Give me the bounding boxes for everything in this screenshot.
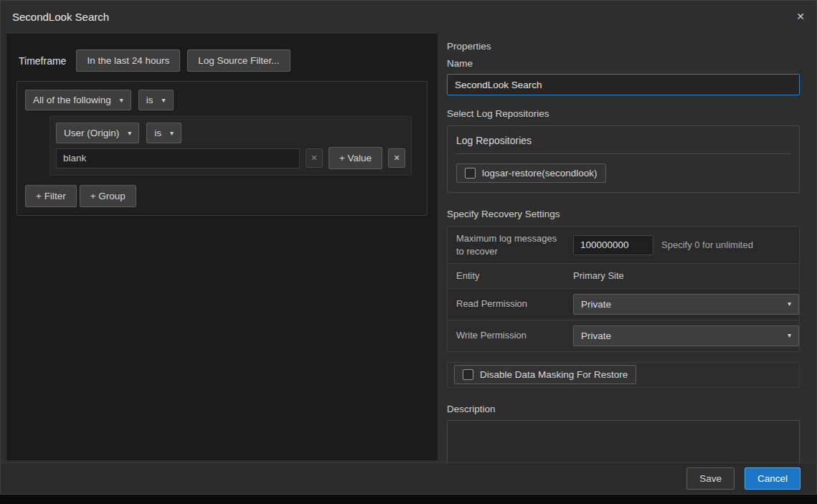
filter-field-row: User (Origin) ▾ is ▾ <box>56 123 405 143</box>
timeframe-button[interactable]: In the last 24 hours <box>76 49 180 72</box>
log-source-filter-button[interactable]: Log Source Filter... <box>187 49 290 72</box>
data-masking-box: Disable Data Masking For Restore <box>447 362 800 388</box>
timeframe-toolbar: Timeframe In the last 24 hours Log Sourc… <box>6 34 438 72</box>
max-messages-label: Maximum log messages to recover <box>448 227 573 263</box>
name-label: Name <box>447 58 800 69</box>
max-messages-note: Specify 0 for unlimited <box>661 239 753 250</box>
filter-field-dropdown[interactable]: User (Origin) ▾ <box>56 123 139 143</box>
timeframe-label: Timeframe <box>19 55 66 67</box>
checkbox-icon[interactable] <box>463 369 473 380</box>
remove-icon: ✕ <box>311 153 317 163</box>
entity-value: Primary Site <box>573 270 624 281</box>
read-permission-label: Read Permission <box>448 292 573 316</box>
add-group-button[interactable]: + Group <box>80 185 136 207</box>
dialog-footer: Save Cancel <box>1 462 816 494</box>
entity-label: Entity <box>448 264 573 288</box>
close-icon[interactable]: ✕ <box>796 11 805 22</box>
filter-operator-dropdown[interactable]: is ▾ <box>146 123 181 143</box>
group-operator-dropdown[interactable]: is ▾ <box>138 90 174 110</box>
save-button[interactable]: Save <box>686 467 735 490</box>
select-log-repositories-label: Select Log Repositories <box>447 108 800 119</box>
group-actions: + Filter + Group <box>25 185 419 207</box>
group-match-dropdown[interactable]: All of the following ▾ <box>25 90 131 110</box>
properties-label: Properties <box>447 41 800 52</box>
filter-field-value: User (Origin) <box>64 128 119 138</box>
dialog-title: SecondLook Search <box>12 11 109 23</box>
filter-value-row: blank ✕ + Value ✕ <box>56 147 405 169</box>
log-repositories-heading: Log Repositories <box>456 135 790 154</box>
description-textarea[interactable] <box>447 420 800 465</box>
repo-checkbox-item[interactable]: logsar-restore(secondlook) <box>456 163 606 183</box>
group-operator-value: is <box>146 95 154 105</box>
read-permission-value: Private <box>581 299 611 310</box>
query-builder-panel: Timeframe In the last 24 hours Log Sourc… <box>6 34 438 460</box>
write-permission-value: Private <box>581 331 611 341</box>
remove-filter-button[interactable]: ✕ <box>388 148 405 168</box>
filter-group-box: All of the following ▾ is ▾ User (Origin… <box>16 81 428 216</box>
filter-operator-value: is <box>154 128 161 138</box>
table-row-entity: Entity Primary Site <box>448 264 799 289</box>
table-row-read-permission: Read Permission Private ▾ <box>448 289 799 320</box>
cancel-button[interactable]: Cancel <box>745 467 801 490</box>
add-filter-button[interactable]: + Filter <box>25 185 77 207</box>
chevron-down-icon: ▾ <box>128 130 131 137</box>
recovery-settings-label: Specify Recovery Settings <box>447 209 800 219</box>
disable-data-masking-checkbox[interactable]: Disable Data Masking For Restore <box>454 365 636 384</box>
table-row-max-messages: Maximum log messages to recover Specify … <box>448 227 799 264</box>
add-value-button[interactable]: + Value <box>329 147 382 169</box>
description-label: Description <box>447 404 800 414</box>
properties-panel: Properties Name Select Log Repositories … <box>447 41 800 465</box>
dialog-titlebar: SecondLook Search ✕ <box>1 1 816 32</box>
write-permission-select[interactable]: Private ▾ <box>573 325 799 346</box>
table-row-write-permission: Write Permission Private ▾ <box>448 320 799 351</box>
chevron-down-icon: ▾ <box>162 97 166 104</box>
filter-item: User (Origin) ▾ is ▾ blank ✕ + Va <box>49 116 412 176</box>
chevron-down-icon: ▾ <box>170 130 174 137</box>
chevron-down-icon: ▾ <box>120 97 123 104</box>
secondlook-search-dialog: SecondLook Search ✕ Timeframe In the las… <box>0 0 817 495</box>
checkbox-icon[interactable] <box>465 168 476 179</box>
group-match-value: All of the following <box>33 95 111 105</box>
max-messages-input[interactable] <box>573 235 653 255</box>
read-permission-select[interactable]: Private ▾ <box>573 294 799 315</box>
screen: SecondLook Search ✕ Timeframe In the las… <box>0 0 817 504</box>
remove-icon: ✕ <box>393 153 400 163</box>
write-permission-label: Write Permission <box>448 323 573 348</box>
disable-data-masking-label: Disable Data Masking For Restore <box>480 369 628 380</box>
log-repositories-box: Log Repositories logsar-restore(secondlo… <box>447 125 800 193</box>
chevron-down-icon: ▾ <box>788 300 791 308</box>
recovery-settings-table: Maximum log messages to recover Specify … <box>447 226 800 352</box>
group-condition-row: All of the following ▾ is ▾ <box>25 90 419 110</box>
repo-label: logsar-restore(secondlook) <box>482 168 598 179</box>
filter-value-field[interactable]: blank <box>56 148 300 168</box>
remove-value-button[interactable]: ✕ <box>306 148 323 168</box>
name-input[interactable] <box>447 74 800 95</box>
chevron-down-icon: ▾ <box>788 332 791 339</box>
